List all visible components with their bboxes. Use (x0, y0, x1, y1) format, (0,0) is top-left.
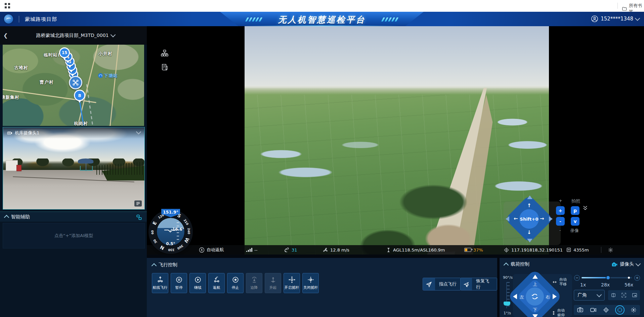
gimbal-up-arrow[interactable] (532, 275, 538, 279)
flight-btn-label: 停止 (232, 285, 239, 290)
shortcut-keys: + 拍照 + p - v - 录像 (556, 204, 584, 241)
divider (19, 16, 19, 22)
point-flight-icon (423, 278, 435, 290)
camera-scene-table (80, 166, 93, 171)
zoom-out-key[interactable]: - (556, 217, 565, 226)
zoom-in-key[interactable]: + (556, 206, 565, 215)
ai-assist-header[interactable]: 智能辅助 (0, 212, 147, 222)
drone-position-marker[interactable] (69, 76, 82, 89)
arrow-left-icon[interactable]: ← (514, 216, 518, 222)
target-lock-icon[interactable] (603, 307, 609, 313)
folder-icon (622, 6, 627, 11)
mini-map[interactable]: 临时站( 小井村 古堆村 下塘站 曹户村 塘新集村 杭岗村 15 4 3 8 (3, 45, 144, 126)
ai-assist-title: 智能辅助 (11, 214, 30, 220)
status-coordinates: 117.191818,32.190151 (504, 245, 563, 255)
video-stage: N 30 60 E 120 S 210 240 W 300 330 151.9°… (147, 26, 644, 255)
keyboard-dpad[interactable]: ↑ ↓ ← → Shift+0 (505, 195, 553, 243)
flight-btn-pause[interactable]: 暂停 (171, 273, 187, 293)
zoom-slider[interactable] (582, 277, 632, 278)
auto-pan-control[interactable]: 自动平移 (552, 277, 567, 287)
gimbal-down-arrow[interactable] (532, 314, 538, 317)
flight-panel-header[interactable]: 飞行控制 (152, 262, 177, 268)
record-key[interactable]: v (571, 217, 579, 226)
dpad-tip-down (527, 239, 532, 242)
flight-panel-title: 飞行控制 (159, 262, 177, 268)
zoom-max-dot (628, 277, 630, 279)
speed-value: 12.8 m/s (330, 247, 349, 253)
gimbal-left-label: 左 (520, 294, 524, 300)
flight-mode[interactable]: 自动返航 (199, 245, 224, 255)
gimbal-recenter-button[interactable] (526, 287, 544, 306)
waypoint-pin[interactable]: 8 (74, 90, 85, 101)
gimbal-mode-active[interactable] (616, 306, 624, 314)
status-signal: -- (246, 245, 257, 255)
zoom-slider-row: − + (574, 275, 640, 281)
sitemap-icon[interactable] (161, 49, 169, 57)
auto-tilt-control[interactable]: 自动俯仰 (552, 308, 565, 317)
gimbal-speed-handle[interactable] (504, 302, 510, 306)
user-menu[interactable]: 152****1348 (591, 15, 639, 22)
flight-btn-joystick-off[interactable]: 关闭摇杆 (302, 273, 319, 293)
flight-btn-continue[interactable]: 继续 (189, 273, 206, 293)
record-video-icon[interactable] (590, 307, 597, 313)
resume-flight-button[interactable]: 恢复飞行 (460, 278, 497, 290)
zoom-slider-handle[interactable] (606, 276, 610, 279)
log-document-icon[interactable] (161, 63, 169, 71)
org-name: 蒙城路项目部 (25, 16, 57, 22)
roll-value: 0.5° (148, 241, 193, 246)
laser-icon[interactable] (630, 307, 637, 313)
compass-ring-label: 240 (187, 228, 191, 234)
status-altitude: AGL118.5m/ASL160.9m (386, 245, 445, 255)
waypoint-pin[interactable]: 15 (59, 47, 70, 58)
telemetry-bar: 自动返航 -- 31 12.8 m/s AGL118.5m/ASL160.9m (147, 245, 644, 255)
flight-buttons: 航线飞行 暂停 继续 返航 停止 (152, 273, 319, 293)
payload-panel-header[interactable]: 载荷控制 (504, 261, 529, 267)
apps-grid-icon[interactable] (5, 3, 10, 8)
camera-menu-icon[interactable] (134, 200, 142, 207)
arrow-down-icon[interactable]: ↓ (527, 229, 531, 235)
flight-btn-joystick-on[interactable]: 开启摇杆 (284, 273, 300, 293)
map-label: 塘新集村 (3, 94, 19, 100)
photo-key[interactable]: p (571, 206, 579, 215)
ai-models-empty[interactable]: 点击“+”添加AI模型 (3, 223, 145, 248)
back-chevron-icon[interactable]: ❮ (3, 32, 8, 39)
flight-btn-stop[interactable]: 停止 (227, 273, 244, 293)
split-view-icon[interactable] (610, 292, 616, 298)
map-label: 杭岗村 (74, 121, 88, 126)
pip-icon[interactable] (632, 292, 638, 298)
collapse-chevrons-icon[interactable] (582, 205, 588, 211)
point-flight-button[interactable]: 指点飞行 (423, 278, 461, 290)
gimbal-left-arrow[interactable] (513, 294, 517, 299)
flight-btn-return[interactable]: 返航 (208, 273, 225, 293)
auto-tilt-label: 自动俯仰 (557, 308, 565, 317)
hangar-camera-panel[interactable]: 机库摄像头1 (3, 127, 145, 210)
status-battery: 37% (464, 245, 483, 255)
gimbal-speed-min: 1°/s (504, 311, 511, 315)
dpad-center-key[interactable]: Shift+0 (519, 209, 539, 229)
flight-btn-route[interactable]: 航线飞行 (152, 273, 168, 293)
force-land-icon (251, 276, 258, 283)
drone-icon (72, 79, 79, 86)
camera-selector-label: 摄像头 (620, 261, 634, 267)
take-photo-icon[interactable] (577, 307, 584, 313)
arrow-right-icon[interactable]: → (540, 216, 544, 222)
title-banner-content: 无人机智慧巡检平台 (220, 12, 424, 26)
lens-dropdown[interactable]: 广角 (574, 290, 605, 301)
zoom-in-circle-icon[interactable]: + (634, 275, 640, 281)
avatar-icon (591, 15, 598, 22)
ai-models-icon[interactable] (136, 214, 142, 220)
camera-select-icon (612, 262, 617, 267)
camera-selector[interactable]: 摄像头 (612, 261, 640, 267)
return-home-icon (199, 247, 205, 253)
pause-icon (175, 276, 183, 283)
flight-btn-label: 迫降 (251, 285, 258, 290)
device-selector[interactable]: 路桥蒙城北路项目部_M3TD_0001 (13, 26, 138, 45)
zoom-out-circle-icon[interactable]: − (574, 275, 580, 281)
gear-icon[interactable] (608, 247, 613, 253)
app-logo (4, 14, 13, 24)
hangar-camera-icon (7, 130, 12, 136)
play-icon (194, 276, 202, 283)
fullscreen-icon[interactable] (621, 292, 627, 298)
arrow-up-icon[interactable]: ↑ (527, 202, 531, 209)
gimbal-right-arrow[interactable] (553, 294, 557, 299)
